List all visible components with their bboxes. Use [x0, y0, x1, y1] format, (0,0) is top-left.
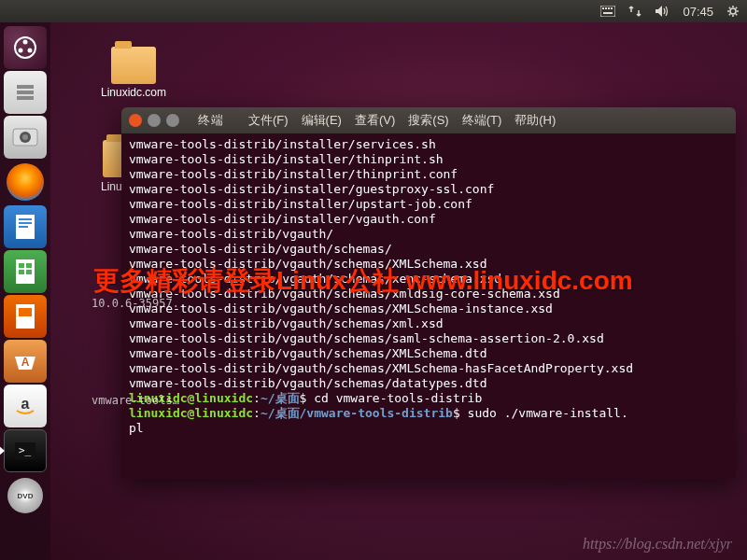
launcher-impress[interactable] [4, 295, 47, 338]
svg-point-6 [730, 8, 736, 14]
window-titlebar[interactable]: 终端 文件(F) 编辑(E) 查看(V) 搜索(S) 终端(T) 帮助(H) [121, 107, 736, 133]
menubar: 文件(F) 编辑(E) 查看(V) 搜索(S) 终端(T) 帮助(H) [248, 112, 556, 129]
svg-rect-24 [19, 270, 24, 274]
prompt-path: ~/桌面/vmware-tools-distrib [261, 406, 453, 420]
svg-rect-19 [19, 222, 32, 224]
svg-point-16 [22, 134, 28, 140]
svg-rect-2 [605, 7, 607, 9]
launcher-disc[interactable]: DVD [4, 474, 47, 517]
network-icon[interactable] [628, 5, 641, 18]
svg-rect-20 [19, 226, 28, 228]
svg-rect-1 [602, 7, 604, 9]
menu-search[interactable]: 搜索(S) [408, 112, 448, 129]
window-title: 终端 [198, 112, 224, 129]
launcher-amazon[interactable]: a [4, 385, 47, 427]
svg-point-8 [23, 40, 28, 45]
svg-rect-23 [26, 263, 32, 268]
terminal-line: vmware-tools-distrib/installer/vgauth.co… [129, 212, 436, 226]
svg-rect-27 [19, 308, 32, 316]
terminal-line: vmware-tools-distrib/vgauth/schemas/ [129, 242, 392, 256]
folder-icon [111, 47, 156, 84]
watermark-red: 更多精彩请登录Linux公社 www.linuxidc.com [93, 263, 633, 299]
svg-point-9 [28, 49, 33, 53]
svg-rect-25 [26, 270, 32, 274]
launcher-dash[interactable] [4, 26, 47, 69]
launcher-software-center[interactable]: A [4, 340, 47, 383]
svg-rect-22 [19, 263, 24, 268]
terminal-line: vmware-tools-distrib/installer/services.… [129, 137, 436, 151]
prompt-userhost: linuxidc@linuxidc [129, 406, 253, 420]
desktop-icon-label: vmware-tools… [92, 394, 179, 407]
menu-file[interactable]: 文件(F) [248, 112, 289, 129]
top-menubar: 07:45 [0, 0, 747, 22]
terminal-line: vmware-tools-distrib/vgauth/schemas/saml… [129, 331, 604, 345]
desktop-icon-label: Linuxidc.com [101, 86, 166, 99]
gear-icon[interactable] [726, 5, 740, 18]
window-minimize-button[interactable] [148, 114, 161, 127]
terminal-line: vmware-tools-distrib/installer/thinprint… [129, 167, 458, 181]
terminal-line: vmware-tools-distrib/vgauth/schemas/XMLS… [129, 361, 633, 375]
svg-text:a: a [21, 396, 30, 412]
svg-point-10 [19, 49, 23, 53]
svg-rect-0 [600, 6, 615, 17]
terminal-line: vmware-tools-distrib/installer/upstart-j… [129, 197, 472, 211]
menu-edit[interactable]: 编辑(E) [302, 112, 342, 129]
terminal-line: vmware-tools-distrib/vgauth/schemas/xml.… [129, 316, 444, 330]
terminal-line: vmware-tools-distrib/vgauth/ [129, 227, 333, 241]
terminal-line: vmware-tools-distrib/installer/thinprint… [129, 152, 444, 166]
prompt-command: cd vmware-tools-distrib [314, 391, 482, 405]
prompt-path: ~/桌面 [261, 391, 300, 405]
terminal-line: vmware-tools-distrib/vgauth/schemas/data… [129, 376, 487, 390]
svg-rect-3 [608, 7, 610, 9]
desktop-icon-label: 10.0.6-35957... [92, 297, 192, 310]
clock[interactable]: 07:45 [683, 5, 713, 19]
terminal-line: vmware-tools-distrib/vgauth/schemas/XMLS… [129, 346, 487, 360]
svg-rect-11 [17, 85, 34, 89]
launcher-terminal[interactable]: >_ [4, 429, 47, 472]
prompt-command-cont: pl [129, 421, 144, 435]
menu-help[interactable]: 帮助(H) [514, 112, 556, 129]
svg-text:A: A [21, 356, 30, 369]
launcher-writer[interactable] [4, 205, 47, 248]
svg-rect-18 [19, 218, 32, 220]
prompt-command: sudo ./vmware-install. [468, 406, 628, 420]
window-close-button[interactable] [129, 114, 142, 127]
watermark-csdn: https://blog.csdn.net/xjyr [583, 536, 732, 553]
menu-terminal[interactable]: 终端(T) [462, 112, 502, 129]
svg-text:>_: >_ [19, 444, 32, 456]
volume-icon[interactable] [655, 5, 669, 18]
menu-view[interactable]: 查看(V) [355, 112, 395, 129]
launcher-image-viewer[interactable] [4, 116, 47, 159]
svg-rect-5 [603, 12, 613, 14]
svg-rect-4 [611, 7, 613, 9]
terminal-line: vmware-tools-distrib/installer/guestprox… [129, 182, 494, 196]
window-maximize-button[interactable] [166, 114, 179, 127]
unity-launcher: A a >_ DVD [0, 22, 50, 560]
keyboard-icon[interactable] [600, 6, 615, 17]
launcher-calc[interactable] [4, 250, 47, 293]
launcher-files[interactable] [4, 71, 47, 114]
svg-rect-13 [17, 96, 34, 100]
launcher-firefox[interactable] [4, 161, 47, 203]
svg-rect-12 [17, 91, 34, 94]
desktop-folder-linuxidc[interactable]: Linuxidc.com [101, 47, 166, 99]
